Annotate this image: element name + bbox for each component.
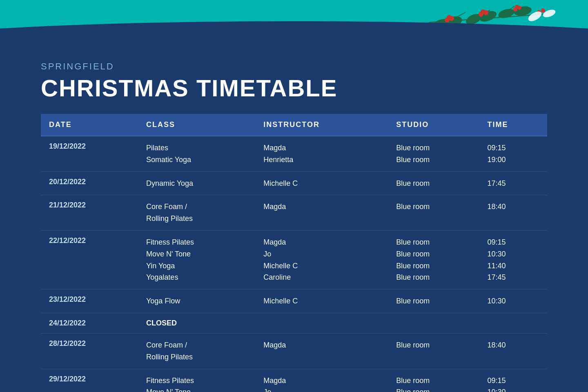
table-row: 23/12/2022Yoga FlowMichelle CBlue room10…	[41, 290, 547, 313]
class-item: Yin Yoga	[146, 260, 247, 272]
instructor-item: Magda	[263, 375, 380, 387]
cell-closed: CLOSED	[138, 313, 547, 333]
class-item: Core Foam /	[146, 339, 247, 351]
svg-point-18	[515, 5, 519, 9]
location-label: SPRINGFIELD	[41, 61, 547, 72]
cell-instructor: Magda	[255, 333, 388, 369]
studio-item: Blue room	[396, 178, 471, 189]
cell-class: Fitness PilatesMove N' ToneYogalates	[138, 369, 255, 392]
main-content: SPRINGFIELD CHRISTMAS TIMETABLE DATE CLA…	[0, 49, 588, 392]
class-item: Yoga Flow	[146, 295, 247, 307]
svg-point-20	[541, 9, 545, 13]
cell-class: Core Foam /Rolling Pilates	[138, 333, 255, 369]
cell-studio: Blue room	[388, 333, 479, 369]
cell-instructor: Michelle C	[255, 172, 388, 195]
cell-time: 18:40	[479, 195, 548, 231]
timetable-body: 19/12/2022PilatesSomatic YogaMagdaHenrie…	[41, 136, 547, 392]
cell-time: 18:40	[479, 333, 548, 369]
timetable: DATE CLASS INSTRUCTOR STUDIO TIME 19/12/…	[41, 114, 547, 392]
cell-studio: Blue roomBlue room	[388, 136, 479, 172]
class-item: Rolling Pilates	[146, 213, 247, 225]
class-item: Somatic Yoga	[146, 154, 247, 166]
class-item: Fitness Pilates	[146, 375, 247, 387]
table-row: 21/12/2022Core Foam /Rolling PilatesMagd…	[41, 195, 547, 231]
table-row: 24/12/2022CLOSED	[41, 313, 547, 333]
time-item: 11:40	[488, 260, 539, 272]
cell-instructor: Magda	[255, 195, 388, 231]
cell-time: 09:1510:3017:45	[479, 369, 548, 392]
cell-class: Fitness PilatesMove N' ToneYin YogaYogal…	[138, 230, 255, 289]
table-row: 22/12/2022Fitness PilatesMove N' ToneYin…	[41, 230, 547, 289]
table-row: 28/12/2022Core Foam /Rolling PilatesMagd…	[41, 333, 547, 369]
studio-item: Blue room	[396, 260, 471, 272]
time-item: 09:15	[488, 236, 539, 248]
time-item: 10:30	[488, 386, 539, 392]
instructor-item: Jo	[263, 386, 380, 392]
cell-class: Dynamic Yoga	[138, 172, 255, 195]
instructor-item: Michelle C	[263, 295, 380, 307]
cell-class: PilatesSomatic Yoga	[138, 136, 255, 172]
col-class: CLASS	[138, 114, 255, 136]
table-row: 20/12/2022Dynamic YogaMichelle CBlue roo…	[41, 172, 547, 195]
studio-item: Blue room	[396, 142, 471, 154]
instructor-item: Michelle C	[263, 178, 380, 189]
cell-time: 09:1519:00	[479, 136, 548, 172]
page-title: CHRISTMAS TIMETABLE	[41, 74, 547, 102]
instructor-item: Jo	[263, 248, 380, 260]
cell-studio: Blue roomBlue roomBlue room	[388, 369, 479, 392]
cell-instructor: MagdaJoMichelle CCaroline	[255, 230, 388, 289]
time-item: 18:40	[488, 201, 539, 213]
cell-date: 19/12/2022	[41, 136, 138, 172]
time-item: 19:00	[488, 154, 539, 166]
cell-date: 21/12/2022	[41, 195, 138, 231]
table-row: 29/12/2022Fitness PilatesMove N' ToneYog…	[41, 369, 547, 392]
studio-item: Blue room	[396, 154, 471, 166]
cell-time: 17:45	[479, 172, 548, 195]
cell-studio: Blue roomBlue roomBlue roomBlue room	[388, 230, 479, 289]
instructor-item: Magda	[263, 339, 380, 351]
cell-instructor: MagdaHenrietta	[255, 136, 388, 172]
studio-item: Blue room	[396, 295, 471, 307]
time-item: 10:30	[488, 295, 539, 307]
instructor-item: Michelle C	[263, 260, 380, 272]
table-row: 19/12/2022PilatesSomatic YogaMagdaHenrie…	[41, 136, 547, 172]
svg-point-15	[481, 9, 486, 14]
studio-item: Blue room	[396, 236, 471, 248]
col-studio: STUDIO	[388, 114, 479, 136]
cell-studio: Blue room	[388, 290, 479, 313]
studio-item: Blue room	[396, 272, 471, 283]
col-time: TIME	[479, 114, 548, 136]
cell-date: 23/12/2022	[41, 290, 138, 313]
time-item: 18:40	[488, 339, 539, 351]
class-item: Move N' Tone	[146, 386, 247, 392]
studio-item: Blue room	[396, 386, 471, 392]
cell-studio: Blue room	[388, 195, 479, 231]
class-item: Move N' Tone	[146, 248, 247, 260]
cell-instructor: MagdaJoCaroline	[255, 369, 388, 392]
class-item: Rolling Pilates	[146, 351, 247, 363]
cell-date: 29/12/2022	[41, 369, 138, 392]
instructor-item: Magda	[263, 236, 380, 248]
studio-item: Blue room	[396, 339, 471, 351]
cell-date: 22/12/2022	[41, 230, 138, 289]
cell-studio: Blue room	[388, 172, 479, 195]
cell-date: 20/12/2022	[41, 172, 138, 195]
holly-decoration	[408, 2, 564, 43]
svg-point-12	[447, 15, 452, 20]
studio-item: Blue room	[396, 375, 471, 387]
instructor-item: Magda	[263, 142, 380, 154]
cell-time: 10:30	[479, 290, 548, 313]
table-header-row: DATE CLASS INSTRUCTOR STUDIO TIME	[41, 114, 547, 136]
time-item: 10:30	[488, 248, 539, 260]
cell-date: 24/12/2022	[41, 313, 138, 333]
time-item: 09:15	[488, 142, 539, 154]
time-item: 09:15	[488, 375, 539, 387]
class-item: Dynamic Yoga	[146, 178, 247, 189]
col-instructor: INSTRUCTOR	[255, 114, 388, 136]
class-item: Core Foam /	[146, 201, 247, 213]
time-item: 17:45	[488, 178, 539, 189]
header-wave	[0, 0, 588, 49]
instructor-item: Magda	[263, 201, 380, 213]
cell-class: Core Foam /Rolling Pilates	[138, 195, 255, 231]
studio-item: Blue room	[396, 201, 471, 213]
